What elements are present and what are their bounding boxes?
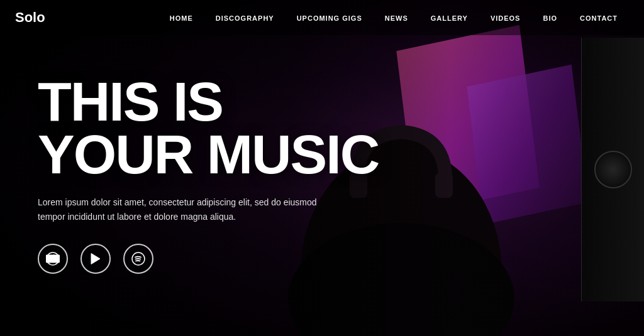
- nav-link-bio[interactable]: BIO: [531, 14, 569, 22]
- spotify-button[interactable]: [123, 244, 153, 274]
- hero-title-line2: YOUR MUSIC: [38, 123, 379, 185]
- nav-link-news[interactable]: NEWS: [374, 14, 419, 22]
- nav-item-bio[interactable]: BIO: [531, 12, 569, 23]
- hero-title: THIS IS YOUR MUSIC: [38, 75, 379, 180]
- apple-music-icon: [45, 251, 60, 266]
- platform-icons: [38, 244, 379, 274]
- spotify-icon: [131, 251, 146, 266]
- hero-content: THIS IS YOUR MUSIC Lorem ipsum dolor sit…: [38, 75, 379, 274]
- nav-item-news[interactable]: NEWS: [374, 12, 419, 23]
- nav-item-upcoming-gigs[interactable]: UPCOMING GIGS: [286, 12, 374, 23]
- nav-item-videos[interactable]: VIDEOS: [479, 12, 532, 23]
- nav-links: HOME DISCOGRAPHY UPCOMING GIGS NEWS GALL…: [158, 12, 629, 23]
- nav-item-discography[interactable]: DISCOGRAPHY: [204, 12, 286, 23]
- nav-item-gallery[interactable]: GALLERY: [419, 12, 479, 23]
- apple-music-button[interactable]: [38, 244, 68, 274]
- nav-link-home[interactable]: HOME: [158, 14, 204, 22]
- nav-link-upcoming-gigs[interactable]: UPCOMING GIGS: [286, 14, 374, 22]
- main-nav: Solo HOME DISCOGRAPHY UPCOMING GIGS NEWS…: [0, 0, 644, 35]
- google-play-button[interactable]: [80, 244, 111, 274]
- hero-subtitle: Lorem ipsum dolor sit amet, consectetur …: [38, 195, 340, 224]
- google-play-icon: [88, 251, 103, 266]
- site-logo[interactable]: Solo: [15, 9, 45, 26]
- nav-link-videos[interactable]: VIDEOS: [479, 14, 532, 22]
- nav-item-home[interactable]: HOME: [158, 12, 204, 23]
- nav-link-contact[interactable]: CONTACT: [569, 14, 629, 22]
- nav-link-discography[interactable]: DISCOGRAPHY: [204, 14, 286, 22]
- hero-section: Solo HOME DISCOGRAPHY UPCOMING GIGS NEWS…: [0, 0, 644, 336]
- nav-item-contact[interactable]: CONTACT: [569, 12, 629, 23]
- nav-link-gallery[interactable]: GALLERY: [419, 14, 479, 22]
